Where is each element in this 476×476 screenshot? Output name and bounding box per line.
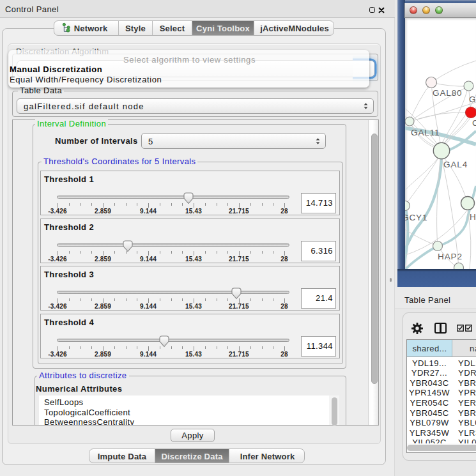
svg-text:C…: C… <box>472 118 476 128</box>
svg-text:GAL4: GAL4 <box>443 160 468 169</box>
svg-text:HAP2: HAP2 <box>438 252 463 261</box>
svg-text:HIS4: HIS4 <box>470 212 476 222</box>
svg-text:GAL11: GAL11 <box>411 128 440 137</box>
svg-text:G…: G… <box>469 95 476 104</box>
svg-text:GAL80: GAL80 <box>433 88 463 98</box>
svg-text:GCY1: GCY1 <box>405 213 427 222</box>
